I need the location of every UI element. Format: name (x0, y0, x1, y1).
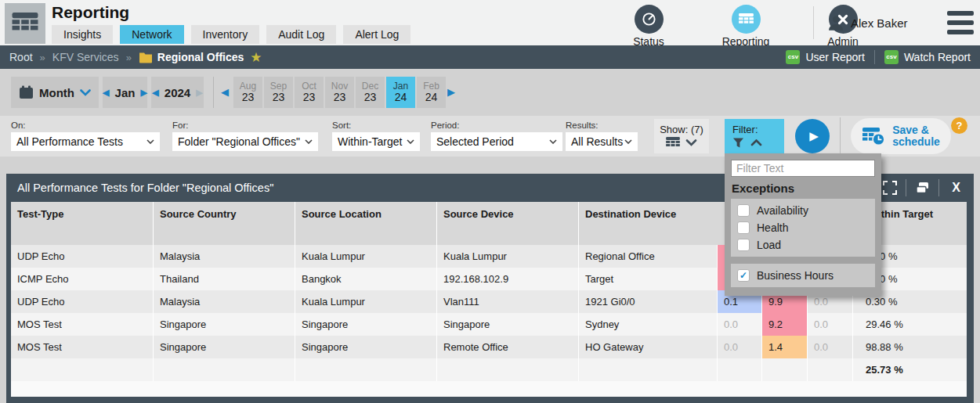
table-header-cell[interactable]: Source Location (295, 202, 437, 245)
field-select[interactable]: Within-Target (332, 132, 420, 151)
tab[interactable]: Network (120, 25, 183, 44)
table-row[interactable]: MOS Test Singapore Singapore Singapore S… (11, 313, 967, 336)
save-label-line1: Save & (892, 124, 929, 136)
cell-gap (853, 313, 861, 336)
table-header-cell[interactable]: Destination Device (579, 202, 718, 245)
chevron-down-icon (80, 89, 91, 96)
cell-source-device: Vlan111 (437, 290, 579, 313)
favorite-star-icon[interactable]: ★ (250, 49, 262, 66)
field-label: Results: (566, 121, 638, 130)
checkbox[interactable]: ✓ (737, 269, 750, 282)
save-schedule-button[interactable]: Save & schedule (851, 118, 951, 154)
period-mode-label: Month (39, 86, 74, 99)
table-summary-row: 25.73 % (11, 358, 967, 381)
field-label: For: (172, 121, 318, 130)
copy-icon[interactable] (914, 181, 931, 195)
cell-source-device: Kuala Lumpur (437, 245, 579, 268)
table-row[interactable]: MOS Test Singapore Singapore Remote Offi… (11, 336, 967, 358)
filter-checkbox-row[interactable]: Load (737, 239, 869, 251)
period-tab[interactable]: Dec 23 (356, 77, 385, 108)
period-tab[interactable]: Jan 24 (386, 77, 415, 108)
cell-test-type: MOS Test (11, 336, 154, 358)
toolbar-field: Results: All Results (566, 121, 638, 151)
checkbox[interactable] (737, 239, 750, 251)
show-columns-button[interactable]: Show: (7) (654, 119, 709, 153)
tab[interactable]: Inventory (191, 25, 260, 44)
tab[interactable]: Alert Log (343, 25, 410, 44)
field-select[interactable]: All Performance Tests (11, 132, 160, 151)
breadcrumb-root[interactable]: Root (9, 51, 33, 63)
table-header-cell[interactable]: Test-Type (11, 202, 154, 245)
cell-test-type: UDP Echo (11, 290, 154, 313)
periods-scroll-right[interactable]: ▶ (447, 86, 455, 98)
show-label: Show: (7) (660, 124, 703, 135)
year-stepper[interactable]: ◀ 2024 ▶ (151, 77, 204, 108)
cell-destination-device: Regional Office (579, 245, 718, 268)
watch-report-button[interactable]: csv Watch Report (875, 50, 980, 64)
toolbar-fields: On: All Performance Tests For: Folder "R… (11, 121, 638, 151)
checkbox[interactable] (737, 221, 750, 234)
field-label: On: (11, 121, 160, 130)
table-header-cell[interactable]: Source Device (437, 202, 579, 245)
cell-source-country: Singapore (154, 336, 295, 358)
field-select[interactable]: Folder "Regional Offices" (172, 132, 318, 151)
hamburger-menu-icon[interactable] (947, 11, 974, 34)
checkbox-label: Health (757, 221, 788, 234)
period-tab[interactable]: Nov 23 (325, 77, 354, 108)
divider (938, 179, 939, 196)
checkbox[interactable] (737, 204, 750, 217)
filter-checkbox-row[interactable]: Health (737, 221, 869, 234)
month-stepper[interactable]: ◀ Jan ▶ (103, 77, 147, 108)
filter-checkbox-row[interactable]: ✓ Business Hours (737, 269, 869, 282)
user-menu[interactable]: Alex Baker (827, 14, 908, 31)
user-report-button[interactable]: csv User Report (776, 50, 873, 64)
next-month-arrow[interactable]: ▶ (140, 88, 146, 98)
help-badge[interactable]: ? (951, 117, 967, 134)
cell-test-type: MOS Test (11, 313, 154, 336)
prev-month-arrow[interactable]: ◀ (103, 88, 109, 98)
person-icon (827, 14, 844, 31)
nav-status[interactable]: Status (619, 5, 678, 48)
chevron-up-icon (750, 139, 762, 146)
application-window: Reporting Insights Network Inventory Aud… (0, 0, 980, 403)
cell-metric-1: 0.0 (718, 313, 762, 336)
period-tab[interactable]: Sep 23 (264, 77, 293, 108)
run-report-button[interactable]: ▶ (795, 119, 830, 153)
table-header-cell[interactable]: Source Country (154, 202, 295, 245)
nav-reporting[interactable]: Reporting (716, 5, 776, 48)
breadcrumb-service[interactable]: KFV Services (52, 51, 119, 63)
periods-scroll-left[interactable]: ◀ (221, 86, 229, 98)
breadcrumb: Root » KFV Services » Regional Offices ★… (0, 45, 980, 69)
filter-button[interactable]: Filter: (725, 119, 784, 153)
period-tab[interactable]: Feb 24 (417, 77, 446, 108)
check-icon: ✓ (740, 270, 747, 281)
cell-source-location: Kuala Lumpur (295, 245, 437, 268)
chevron-down-icon (549, 139, 557, 144)
period-tab[interactable]: Aug 23 (233, 77, 262, 108)
cell-within-target: 29.46 % (861, 313, 967, 336)
app-logo-icon[interactable] (5, 3, 45, 44)
breadcrumb-separator: » (126, 52, 132, 63)
tab[interactable]: Insights (52, 25, 113, 44)
calendar-icon (19, 85, 34, 99)
filter-checkbox-row[interactable]: Availability (737, 204, 869, 217)
cell-destination-device: Sydney (579, 313, 718, 336)
report-toolbar: On: All Performance Tests For: Folder "R… (0, 116, 980, 157)
period-tab[interactable]: Oct 23 (295, 77, 324, 108)
field-label: Sort: (332, 121, 420, 130)
business-hours-group: ✓ Business Hours (731, 264, 875, 287)
fullscreen-icon[interactable] (882, 180, 898, 196)
next-year-arrow[interactable]: ▶ (196, 88, 202, 98)
breadcrumb-separator: » (40, 52, 45, 63)
close-icon[interactable]: X (947, 181, 965, 195)
prev-year-arrow[interactable]: ◀ (152, 88, 158, 98)
csv-file-icon: csv (786, 50, 800, 64)
period-mode-button[interactable]: Month (11, 77, 99, 108)
cell-metric-3: 0.0 (808, 336, 853, 358)
tab[interactable]: Audit Log (266, 25, 336, 44)
field-select[interactable]: All Results (566, 132, 638, 151)
toolbar-field: Period: Selected Period (431, 121, 562, 151)
field-select[interactable]: Selected Period (431, 132, 562, 151)
toolbar-field: Sort: Within-Target (332, 121, 420, 151)
filter-text-input[interactable] (731, 160, 875, 177)
